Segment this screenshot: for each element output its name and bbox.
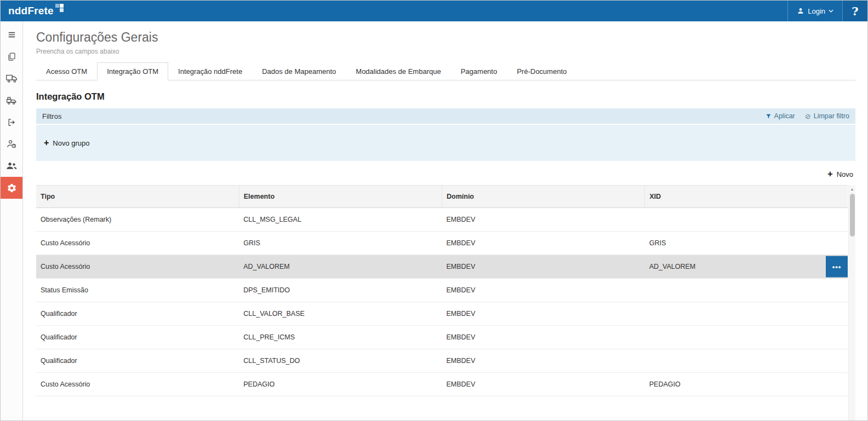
cell-xid: PEDAGIO	[645, 373, 848, 396]
apply-filter-button[interactable]: Aplicar	[766, 112, 795, 120]
column-header-dom-nio[interactable]: Domínio	[442, 186, 645, 208]
clear-filter-icon: ⊘	[805, 113, 811, 120]
column-header-xid[interactable]: XID	[645, 186, 848, 208]
help-button[interactable]: ?	[842, 1, 867, 21]
clear-filter-button[interactable]: ⊘ Limpar filtro	[805, 112, 849, 120]
cell-elemento: GRIS	[239, 232, 442, 255]
cell-xid: GRIS	[645, 232, 848, 255]
cell-tipo: Custo Acessório	[36, 232, 239, 255]
table-row[interactable]: QualificadorCLL_STATUS_DOEMBDEV	[36, 349, 848, 373]
main-content: Configurações Gerais Preencha os campos …	[23, 21, 867, 420]
cell-dominio: EMBDEV	[442, 255, 645, 279]
sidebar-item-export[interactable]	[1, 111, 22, 133]
cell-dominio: EMBDEV	[442, 279, 645, 302]
cell-tipo: Qualificador	[36, 349, 239, 373]
topbar-right: Login ?	[787, 1, 867, 21]
person-dollar-icon: $	[7, 139, 16, 149]
plus-icon: +	[827, 170, 832, 178]
sidebar-item-menu[interactable]	[1, 24, 22, 45]
cell-elemento: AD_VALOREM	[239, 255, 442, 279]
table-body: Observações (Remark)CLL_MSG_LEGALEMBDEVC…	[36, 208, 848, 396]
table-row[interactable]: Custo AcessórioPEDAGIOEMBDEVPEDAGIO	[36, 373, 848, 396]
svg-text:$: $	[13, 144, 15, 147]
sidebar-item-shipment[interactable]	[1, 89, 22, 111]
documents-icon	[7, 52, 16, 61]
tab-integra-o-otm[interactable]: Integração OTM	[97, 62, 168, 80]
row-actions-button[interactable]: •••	[826, 256, 848, 278]
sidebar-item-documents[interactable]	[1, 45, 22, 67]
table-row[interactable]: QualificadorCLL_VALOR_BASEEMBDEV	[36, 302, 848, 326]
new-group-button[interactable]: + Novo grupo	[44, 139, 90, 147]
filters-header: Filtros Aplicar ⊘ Limpar filtro	[36, 108, 855, 125]
sidebar: $	[1, 21, 23, 420]
table-row[interactable]: Status EmissãoDPS_EMITIDOEMBDEV	[36, 279, 848, 302]
cell-tipo: Custo Acessório	[36, 255, 239, 279]
hamburger-menu-icon	[7, 30, 16, 39]
cargo-truck-icon	[6, 96, 18, 105]
table-header-row: TipoElementoDomínioXID	[36, 186, 848, 208]
cell-tipo: Status Emissão	[36, 279, 239, 302]
cell-tipo: Custo Acessório	[36, 373, 239, 396]
table-row[interactable]: Observações (Remark)CLL_MSG_LEGALEMBDEV	[36, 208, 848, 232]
sidebar-item-users[interactable]	[1, 155, 22, 177]
cell-xid	[645, 208, 848, 232]
brand-name: nddFrete	[8, 5, 54, 17]
chevron-down-icon	[829, 9, 833, 13]
users-group-icon	[6, 162, 17, 170]
cell-xid	[645, 349, 848, 373]
login-menu[interactable]: Login	[787, 1, 842, 21]
sidebar-item-billing[interactable]: $	[1, 133, 22, 155]
truck-icon	[6, 74, 18, 83]
table-row[interactable]: Custo AcessórioGRISEMBDEVGRIS	[36, 232, 848, 255]
brand-logo[interactable]: nddFrete	[1, 1, 65, 21]
gear-icon	[7, 183, 17, 193]
layout: $ Configurações Gerais Preencha os campo…	[1, 21, 867, 420]
help-icon: ?	[852, 4, 858, 18]
tab-dados-de-mapeamento[interactable]: Dados de Mapeamento	[252, 62, 346, 80]
cell-elemento: CLL_VALOR_BASE	[239, 302, 442, 326]
column-header-elemento[interactable]: Elemento	[239, 186, 442, 208]
tab-integra-o-nddfrete[interactable]: Integração nddFrete	[168, 62, 252, 80]
clear-filter-label: Limpar filtro	[814, 112, 849, 120]
cell-xid	[645, 302, 848, 326]
scroll-up-arrow[interactable]: ▲	[849, 185, 855, 193]
filters-actions: Aplicar ⊘ Limpar filtro	[766, 112, 849, 120]
table-row[interactable]: Custo AcessórioAD_VALOREMEMBDEVAD_VALORE…	[36, 255, 848, 279]
cell-xid: AD_VALOREM•••	[645, 255, 848, 279]
section-title: Integração OTM	[36, 91, 855, 102]
tab-bar: Acesso OTMIntegração OTMIntegração nddFr…	[36, 62, 855, 80]
new-group-label: Novo grupo	[53, 139, 89, 147]
user-icon	[797, 7, 804, 15]
scrollbar-thumb[interactable]	[850, 194, 855, 237]
tab-acesso-otm[interactable]: Acesso OTM	[36, 62, 97, 80]
cell-tipo: Qualificador	[36, 326, 239, 349]
sidebar-item-truck[interactable]	[1, 67, 22, 89]
cell-elemento: CLL_STATUS_DO	[239, 349, 442, 373]
mapping-table: TipoElementoDomínioXID Observações (Rema…	[36, 185, 848, 396]
cell-elemento: CLL_PRE_ICMS	[239, 326, 442, 349]
filters-body: + Novo grupo	[36, 125, 855, 161]
cell-dominio: EMBDEV	[442, 349, 645, 373]
plus-icon: +	[44, 139, 49, 147]
tab-pagamento[interactable]: Pagamento	[451, 62, 507, 80]
vertical-scrollbar[interactable]: ▲	[848, 185, 855, 420]
cell-xid	[645, 279, 848, 302]
brand-squares-icon	[55, 3, 65, 13]
cell-xid	[645, 326, 848, 349]
new-button[interactable]: + Novo	[827, 170, 853, 178]
cell-elemento: CLL_MSG_LEGAL	[239, 208, 442, 232]
sidebar-item-settings[interactable]	[1, 177, 22, 199]
cell-tipo: Qualificador	[36, 302, 239, 326]
cell-dominio: EMBDEV	[442, 232, 645, 255]
tab-pr-documento[interactable]: Pré-Documento	[507, 62, 576, 80]
cell-dominio: EMBDEV	[442, 208, 645, 232]
cell-dominio: EMBDEV	[442, 373, 645, 396]
cell-dominio: EMBDEV	[442, 302, 645, 326]
tab-modalidades-de-embarque[interactable]: Modalidades de Embarque	[346, 62, 450, 80]
cell-elemento: PEDAGIO	[239, 373, 442, 396]
new-button-label: Novo	[837, 170, 853, 178]
column-header-tipo[interactable]: Tipo	[36, 186, 239, 208]
table-row[interactable]: QualificadorCLL_PRE_ICMSEMBDEV	[36, 326, 848, 349]
login-label: Login	[808, 7, 825, 15]
cell-tipo: Observações (Remark)	[36, 208, 239, 232]
